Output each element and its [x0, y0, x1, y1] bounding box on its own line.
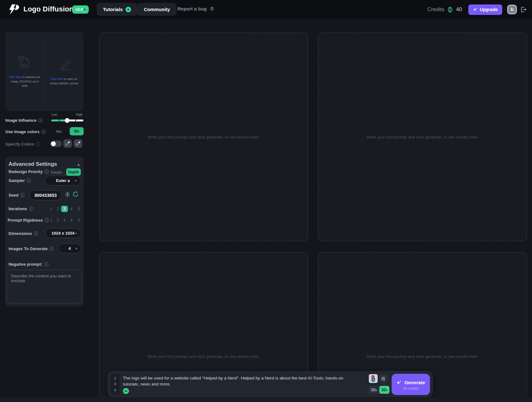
eyedropper-icon: [65, 141, 70, 146]
info-icon[interactable]: i: [36, 142, 40, 146]
slider-thumb[interactable]: [65, 118, 69, 123]
eyedropper-button[interactable]: [74, 139, 82, 148]
generate-button[interactable]: Generate (8) credits: [392, 374, 430, 395]
top-bar: Logo Diffusion v2.0 ▾ Tutorials Communit…: [0, 0, 532, 19]
specify-colors-toggle[interactable]: [50, 140, 62, 147]
mode-2d-button[interactable]: 2D▾: [369, 386, 379, 394]
chevron-down-icon: ▾: [386, 389, 388, 392]
refresh-icon: [72, 191, 79, 198]
prompt-rigidness-label: Prompt Rigidnessi: [8, 218, 49, 223]
lightning-icon: [113, 388, 117, 392]
info-icon[interactable]: i: [49, 247, 54, 251]
header-right-group: Credits 40 Upgrade h: [427, 0, 527, 19]
iterations-option[interactable]: 4: [68, 207, 75, 211]
info-icon[interactable]: i: [45, 170, 49, 174]
canvas-placeholder: Write your first prompt and click genera…: [147, 135, 260, 139]
rigidness-option[interactable]: 2: [54, 218, 61, 223]
info-icon[interactable]: i: [20, 193, 24, 197]
mode-3d-button[interactable]: 3D▾: [379, 386, 389, 394]
slider-high-label: High: [76, 113, 83, 116]
advanced-settings-panel: Advanced Settings ▲ Redesign Priorityi D…: [5, 157, 84, 306]
iterations-option[interactable]: 1: [48, 207, 54, 211]
iterations-label: Iterationsi: [9, 206, 33, 211]
snowflake-icon: [65, 191, 70, 197]
dimensions-dropdown[interactable]: 1024 x 1024 ▾: [45, 228, 81, 238]
open-canvas-text: Click here to open an empty editable can…: [48, 77, 80, 86]
rigidness-option[interactable]: 3: [61, 218, 68, 223]
community-button[interactable]: Community: [138, 3, 176, 16]
logout-icon: [520, 6, 527, 13]
eyedropper-button[interactable]: [63, 139, 72, 148]
avatar[interactable]: h: [507, 5, 517, 14]
iterations-option-selected[interactable]: 3: [61, 206, 68, 212]
chevron-down-icon: ▾: [75, 232, 77, 235]
sampler-dropdown[interactable]: Euler a ▾: [45, 176, 81, 185]
rigidness-option[interactable]: 4: [68, 218, 75, 223]
open-canvas-zone[interactable]: Click here to open an empty editable can…: [44, 32, 84, 111]
info-icon[interactable]: i: [27, 178, 31, 183]
upload-image-dropzone[interactable]: Click here to upload your image JPG/PNG …: [5, 32, 44, 111]
chevron-down-icon: ▾: [84, 8, 86, 11]
prompt-settings-button[interactable]: [379, 374, 388, 383]
sampler-label: Sampleri: [9, 178, 31, 183]
sparkles-icon: [473, 7, 478, 12]
app-root: Logo Diffusion v2.0 ▾ Tutorials Communit…: [0, 0, 532, 402]
upload-click-here-link[interactable]: Click here: [9, 75, 22, 79]
info-icon[interactable]: i: [34, 231, 38, 236]
seed-input[interactable]: [29, 190, 62, 200]
rigidness-option[interactable]: 5: [75, 218, 82, 223]
brand-title: Logo Diffusion: [23, 5, 74, 13]
prompt-history-strip[interactable]: [111, 374, 119, 395]
use-colors-no-option[interactable]: No: [70, 127, 84, 135]
images-count-dropdown[interactable]: 4 ▾: [58, 243, 81, 253]
logo-diffusion-icon: [8, 3, 20, 16]
play-icon: [125, 7, 131, 12]
info-icon[interactable]: i: [42, 130, 46, 134]
bug-icon: [209, 6, 215, 11]
style-reference-thumbnail[interactable]: [369, 374, 378, 383]
collapse-icon[interactable]: ▲: [77, 162, 80, 167]
prompt-3d-tag[interactable]: 3D: [123, 388, 129, 394]
prompt-input[interactable]: The logo will be used for a website call…: [123, 375, 359, 387]
upload-image-text: Click here to upload your image JPG/PNG …: [8, 75, 41, 88]
rigidness-option[interactable]: 1: [48, 218, 54, 223]
iterations-option[interactable]: 5: [75, 207, 82, 211]
lightning-icon: [113, 382, 117, 386]
info-icon[interactable]: i: [29, 207, 33, 211]
image-influence-slider[interactable]: [51, 120, 83, 121]
sliders-icon: [381, 376, 386, 381]
canvas-placeholder: Write your first prompt and click genera…: [366, 135, 479, 139]
footer-strip: [0, 397, 532, 402]
eyedropper-icon: [76, 141, 80, 146]
canvas-placeholder: Write your first prompt and click genera…: [147, 354, 260, 359]
logout-button[interactable]: [520, 6, 527, 13]
result-canvas: Write your first prompt and click genera…: [318, 33, 527, 241]
randomize-seed-button[interactable]: [72, 191, 79, 198]
priority-depth-option[interactable]: Depth: [66, 168, 81, 176]
generate-cost: (8) credits: [392, 386, 430, 390]
tutorials-button[interactable]: Tutorials: [97, 3, 138, 16]
lightning-icon: [113, 376, 117, 381]
freeze-seed-button[interactable]: [65, 191, 70, 198]
priority-details-option[interactable]: Details: [51, 170, 62, 175]
dimensions-label: Dimensionsi: [9, 231, 38, 236]
chevron-down-icon: ▾: [376, 389, 377, 392]
credits-value: 40: [456, 6, 462, 13]
credits-label: Credits: [427, 6, 444, 13]
image-input-card: Click here to upload your image JPG/PNG …: [5, 32, 84, 111]
redesign-priority-label: Redesign Priorityi: [9, 169, 49, 174]
report-bug-button[interactable]: Report a bug: [177, 6, 215, 11]
result-canvas: Write your first prompt and click genera…: [99, 33, 308, 241]
chevron-down-icon: ▾: [75, 179, 77, 182]
image-influence-label: Image Influencei: [5, 118, 42, 123]
canvas-click-here-link[interactable]: Click here: [50, 77, 63, 81]
iterations-option[interactable]: 2: [54, 207, 61, 211]
info-icon[interactable]: i: [44, 262, 48, 266]
upgrade-button[interactable]: Upgrade: [468, 4, 502, 15]
coin-icon: [447, 7, 453, 13]
use-colors-yes-option[interactable]: Yes: [55, 129, 62, 134]
info-icon[interactable]: i: [38, 118, 42, 122]
images-to-generate-label: Images To Generatei: [9, 246, 54, 251]
negative-prompt-input[interactable]: [7, 270, 82, 303]
version-dropdown[interactable]: v2.0 ▾: [72, 5, 89, 14]
